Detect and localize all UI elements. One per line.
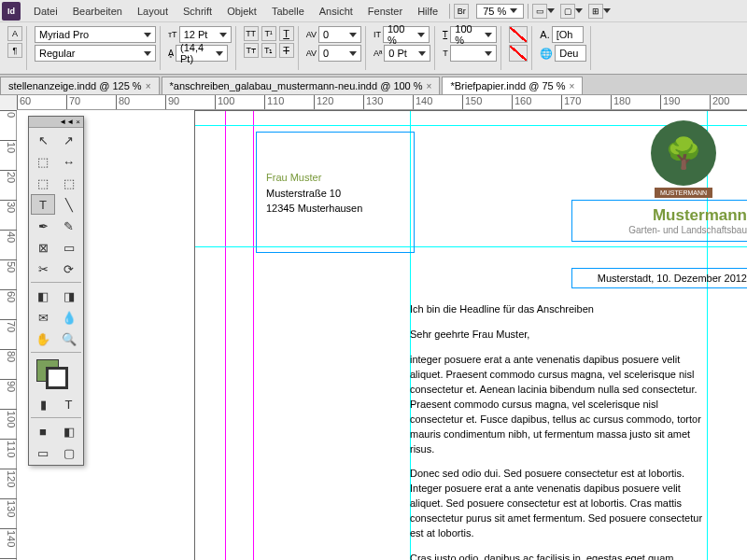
view-mode-icon[interactable]: ▭ <box>532 4 547 19</box>
allcaps-button[interactable]: TT <box>244 26 259 41</box>
tab-anschreiben[interactable]: *anschreiben_galabau_mustermann-neu.indd… <box>162 77 441 94</box>
menu-ansicht[interactable]: Ansicht <box>312 6 360 17</box>
menu-fenster[interactable]: Fenster <box>360 6 410 17</box>
fill-none-icon[interactable] <box>509 26 528 43</box>
skew-input[interactable] <box>450 45 497 62</box>
stroke-none-icon[interactable] <box>509 45 528 62</box>
vertical-ruler[interactable]: 0102030405060708090100110120130140150 <box>0 110 17 560</box>
zoom-level[interactable]: 75 % <box>476 4 524 19</box>
pencil-tool[interactable]: ✎ <box>57 216 81 236</box>
gradient-tool[interactable]: ◧ <box>31 286 55 306</box>
color-mode-button[interactable]: ■ <box>31 421 55 441</box>
content-collector-tool[interactable]: ⬚ <box>31 173 55 193</box>
screen-mode-icon[interactable]: ▢ <box>560 4 575 19</box>
baseline-input[interactable]: 0 Pt <box>384 45 430 62</box>
menu-schrift[interactable]: Schrift <box>176 6 219 17</box>
preview-button[interactable]: ▢ <box>57 442 81 463</box>
gradient-feather-tool[interactable]: ◨ <box>57 286 81 306</box>
para-format-icon[interactable]: ¶ <box>7 43 22 58</box>
rectangle-tool[interactable]: ▭ <box>57 237 81 258</box>
scissors-tool[interactable]: ✂ <box>31 259 55 279</box>
font-family-select[interactable]: Myriad Pro <box>35 26 156 43</box>
gap-tool[interactable]: ↔ <box>57 151 81 172</box>
eyedropper-tool[interactable]: 💧 <box>57 307 81 328</box>
type-tool[interactable]: T <box>31 194 55 215</box>
normal-view-button[interactable]: ▭ <box>31 442 55 463</box>
control-panel: A ¶ Myriad Pro Regular тT12 Pt A͇(14,4 P… <box>0 22 747 75</box>
strike-button[interactable]: T <box>279 43 294 58</box>
format-text-button[interactable]: T <box>57 394 81 414</box>
recipient-name: Frau Muster <box>266 170 404 186</box>
subscript-button[interactable]: T₁ <box>261 43 276 58</box>
chevron-down-icon[interactable] <box>547 8 555 13</box>
chevron-down-icon[interactable] <box>603 8 611 13</box>
document-tabs: stellenanzeige.indd @ 125 %× *anschreibe… <box>0 75 747 95</box>
canvas[interactable]: Frau Muster Musterstraße 10 12345 Muster… <box>17 110 747 560</box>
menu-objekt[interactable]: Objekt <box>219 6 264 17</box>
menu-datei[interactable]: Datei <box>26 6 65 17</box>
page-tool[interactable]: ⬚ <box>31 151 55 172</box>
smallcaps-button[interactable]: Tᴛ <box>244 43 259 58</box>
lang-icon: 🌐 <box>540 48 553 60</box>
paragraph-1: integer posuere erat a ante venenatis da… <box>410 353 709 457</box>
chevron-down-icon[interactable] <box>575 8 583 13</box>
close-icon[interactable]: × <box>427 81 432 91</box>
app-icon: Id <box>2 2 21 21</box>
direct-selection-tool[interactable]: ↗ <box>57 130 81 150</box>
char-format-icon[interactable]: A <box>7 26 22 41</box>
fill-stroke-swatch[interactable] <box>33 357 79 391</box>
address-frame[interactable]: Frau Muster Musterstraße 10 12345 Muster… <box>256 132 415 253</box>
menu-hilfe[interactable]: Hilfe <box>410 6 445 17</box>
page: Frau Muster Musterstraße 10 12345 Muster… <box>194 110 747 560</box>
pen-tool[interactable]: ✒ <box>31 216 55 236</box>
horizontal-ruler[interactable]: 6070809010011012013014015016017018019020… <box>17 95 747 110</box>
paragraph-2: Donec sed odio dui. Sed posuere consecte… <box>410 467 709 541</box>
kerning-input[interactable]: 0 <box>318 26 361 43</box>
superscript-button[interactable]: T¹ <box>261 26 276 41</box>
bridge-button[interactable]: Br <box>454 4 469 19</box>
panel-header[interactable]: ◄◄ × <box>29 117 83 128</box>
guide-vertical[interactable] <box>225 111 226 560</box>
menu-layout[interactable]: Layout <box>130 6 176 17</box>
tree-icon: 🌳 <box>665 135 702 171</box>
tracking-input[interactable]: 0 <box>318 45 361 62</box>
menu-tabelle[interactable]: Tabelle <box>264 6 312 17</box>
hand-tool[interactable]: ✋ <box>31 329 55 349</box>
leading-input[interactable]: (14,4 Pt) <box>176 45 228 62</box>
company-frame[interactable]: Mustermann Garten- und Landschaftsbau <box>571 200 747 242</box>
selection-tool[interactable]: ↖ <box>31 130 55 150</box>
body-text-frame[interactable]: Ich bin die Headline für das Anschreiben… <box>410 302 709 560</box>
zoom-value: 75 % <box>483 6 506 17</box>
logo-ribbon: MUSTERMANN <box>655 188 712 198</box>
close-icon[interactable]: × <box>146 81 151 91</box>
tab-stellenanzeige[interactable]: stellenanzeige.indd @ 125 %× <box>0 77 160 94</box>
rectangle-frame-tool[interactable]: ⊠ <box>31 237 55 258</box>
tracking-icon: AV <box>306 49 317 58</box>
headline: Ich bin die Headline für das Anschreiben <box>410 302 709 317</box>
charstyle-select[interactable]: [Oh <box>552 26 584 43</box>
line-tool[interactable]: ╲ <box>57 194 81 215</box>
leading-icon: A͇ <box>168 49 174 58</box>
apply-color-button[interactable]: ▮ <box>31 394 55 414</box>
arrange-icon[interactable]: ⊞ <box>588 4 603 19</box>
tab-briefpapier[interactable]: *Briefpapier.indd @ 75 %× <box>442 77 583 94</box>
date-frame[interactable]: Musterstadt, 10. Dezember 2012 <box>571 268 747 288</box>
vscale-input[interactable]: 100 % <box>383 26 430 43</box>
font-size-input[interactable]: 12 Pt <box>179 26 232 43</box>
close-icon[interactable]: × <box>570 81 575 91</box>
menu-bearbeiten[interactable]: Bearbeiten <box>65 6 130 17</box>
language-select[interactable]: Deu <box>555 45 586 62</box>
logo-frame[interactable]: 🌳 MUSTERMANN <box>623 120 744 198</box>
underline-button[interactable]: T <box>279 26 294 41</box>
zoom-tool[interactable]: 🔍 <box>57 329 81 349</box>
font-style-select[interactable]: Regular <box>35 45 156 62</box>
content-placer-tool[interactable]: ⬚ <box>57 173 81 193</box>
transform-tool[interactable]: ⟳ <box>57 259 81 279</box>
tools-panel[interactable]: ◄◄ × ↖ ↗ ⬚ ↔ ⬚ ⬚ T ╲ ✒ ✎ ⊠ ▭ ✂ ⟳ ◧ ◨ ✉ 💧… <box>28 116 84 466</box>
gradient-mode-button[interactable]: ◧ <box>57 421 81 441</box>
skew-icon: T <box>443 49 448 58</box>
guide-vertical[interactable] <box>253 111 254 560</box>
hscale-input[interactable]: 100 % <box>450 26 497 43</box>
stroke-swatch[interactable] <box>46 367 68 389</box>
note-tool[interactable]: ✉ <box>31 307 55 328</box>
